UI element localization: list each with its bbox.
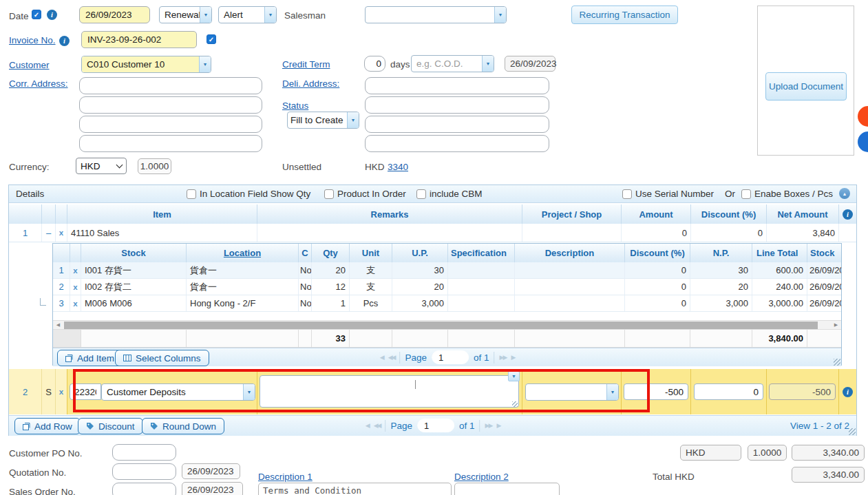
renewal-dropdown[interactable]: Renewal ▼ (159, 6, 212, 23)
date-checkbox[interactable]: ✓ (32, 10, 41, 19)
np-cell[interactable]: 20 (690, 279, 752, 295)
unit-cell[interactable]: 支 (349, 262, 392, 278)
description-1-textarea[interactable]: Terms and Condition (258, 483, 452, 495)
delete-row-icon[interactable]: x (55, 369, 67, 414)
customer-dropdown[interactable]: C010 Customer 10 ▼ (81, 56, 211, 73)
product-in-order-checkbox[interactable] (324, 189, 334, 199)
spec-cell[interactable] (447, 295, 514, 311)
stock-date-cell[interactable]: 26/09/2023 (807, 279, 841, 295)
qty-cell[interactable]: 1 (311, 295, 349, 311)
deli-address-label[interactable]: Deli. Address: (282, 78, 339, 89)
chevron-down-icon[interactable]: ▼ (494, 7, 506, 23)
col-header-sub-discount[interactable]: Discount (%) (624, 244, 690, 262)
pager-first-icon[interactable]: ◀ (380, 354, 383, 361)
desc-cell[interactable] (514, 295, 624, 311)
stock-row-3[interactable]: 3 x M006 M006 Hong Kong - 2/F No 1 Pcs 3… (53, 295, 841, 312)
corr-address-input-4[interactable] (79, 135, 262, 152)
discount-cell[interactable]: 0 (624, 295, 690, 311)
stock-cell[interactable]: M006 M006 (81, 295, 186, 311)
col-header-amount[interactable]: Amount (621, 204, 690, 224)
col-header-location[interactable]: Location (186, 244, 298, 262)
pager-prev-icon[interactable]: ◀◀ (388, 354, 395, 361)
pager-next-icon[interactable]: ▶▶ (500, 354, 507, 361)
add-row-button[interactable]: Add Row (14, 418, 81, 434)
quotation-no-input[interactable] (112, 463, 176, 480)
col-header-net[interactable]: Net Amount (766, 204, 838, 224)
up-cell[interactable]: 20 (392, 279, 447, 295)
pager-last-icon[interactable]: ▶ (511, 354, 514, 361)
collapse-row-icon[interactable]: – (41, 224, 55, 242)
col-header-remarks[interactable]: Remarks (257, 204, 522, 224)
exchange-rate-field[interactable]: 1.0000 (138, 158, 171, 174)
description-1-label[interactable]: Description 1 (258, 472, 313, 482)
select-columns-button[interactable]: Select Columns (115, 350, 209, 366)
unit-cell[interactable]: 支 (349, 279, 392, 295)
col-header-unit[interactable]: Unit (349, 244, 392, 262)
col-header-discount[interactable]: Discount (%) (690, 204, 766, 224)
account-dropdown[interactable]: Customer Deposits ▼ (101, 383, 255, 401)
currency-select[interactable]: HKD (76, 158, 127, 174)
line-total-cell[interactable]: 240.00 (752, 279, 807, 295)
spec-cell[interactable] (447, 279, 514, 295)
unit-cell[interactable]: Pcs (349, 295, 392, 311)
col-header-spec[interactable]: Specification (447, 244, 514, 262)
scroll-right-icon[interactable]: ▶ (831, 321, 841, 329)
chevron-down-icon[interactable]: ▼ (243, 384, 255, 400)
unsettled-amount-link[interactable]: 3340 (388, 162, 408, 172)
pager-prev-icon[interactable]: ◀◀ (374, 422, 381, 429)
round-down-button[interactable]: Round Down (142, 418, 224, 434)
horizontal-scrollbar[interactable]: ◀ ▶ (53, 320, 841, 330)
row1-project[interactable] (522, 224, 621, 242)
qty-cell[interactable]: 20 (311, 262, 349, 278)
resize-handle[interactable] (849, 428, 856, 435)
row2-info-icon[interactable]: i (843, 387, 853, 397)
status-label[interactable]: Status (282, 101, 308, 111)
floating-action-red-icon[interactable] (858, 106, 868, 127)
col-header-qty[interactable]: Qty (311, 244, 349, 262)
invoice-line-row-1[interactable]: 1 – x 41110 Sales 0 0 3,840 (9, 224, 856, 242)
grid-info-icon[interactable]: i (843, 209, 853, 220)
resize-handle[interactable] (834, 359, 840, 366)
col-header-up[interactable]: U.P. (392, 244, 447, 262)
pager-last-icon[interactable]: ▶ (496, 422, 500, 429)
stock-row-2[interactable]: 2 x I002 存貨二 貨倉一 No 12 支 20 0 20 240.00 … (53, 279, 841, 295)
credit-term-days-input[interactable] (364, 56, 385, 72)
page-input[interactable] (417, 419, 454, 432)
alert-dropdown[interactable]: Alert ▼ (218, 6, 277, 23)
delete-stock-row-icon[interactable]: x (70, 262, 81, 278)
scrollbar-thumb[interactable] (64, 322, 818, 329)
recurring-transaction-button[interactable]: Recurring Transaction (571, 6, 678, 24)
qty-cell[interactable]: 12 (311, 279, 349, 295)
col-header-c[interactable]: C (298, 244, 311, 262)
corr-address-input-2[interactable] (79, 96, 262, 114)
col-header-project[interactable]: Project / Shop (522, 204, 621, 224)
chevron-down-icon[interactable]: ▼ (264, 7, 276, 23)
collapse-panel-icon[interactable]: ▲ (839, 188, 850, 199)
row1-net[interactable]: 3,840 (766, 224, 838, 242)
c-cell[interactable]: No (298, 295, 311, 311)
credit-term-type-dropdown[interactable]: e.g. C.O.D. ▼ (411, 55, 494, 72)
delete-row-icon[interactable]: x (55, 224, 67, 242)
corr-address-label[interactable]: Corr. Address: (9, 78, 68, 89)
location-qty-checkbox[interactable] (187, 189, 196, 199)
date-info-icon[interactable]: i (47, 10, 57, 20)
line-total-cell[interactable]: 3,000.00 (752, 295, 807, 311)
use-serial-checkbox[interactable] (622, 189, 632, 199)
row1-remarks[interactable] (257, 224, 522, 242)
location-cell[interactable]: 貨倉一 (186, 279, 298, 295)
invoice-no-label[interactable]: Invoice No. (9, 35, 56, 45)
chevron-down-icon[interactable]: ▼ (199, 56, 211, 72)
delete-stock-row-icon[interactable]: x (70, 295, 81, 311)
row1-discount[interactable]: 0 (690, 224, 766, 242)
stock-cell[interactable]: I002 存貨二 (81, 279, 186, 295)
col-header-np[interactable]: N.P. (690, 244, 752, 262)
up-cell[interactable]: 30 (392, 262, 447, 278)
add-item-button[interactable]: Add Item (57, 350, 123, 366)
credit-term-label[interactable]: Credit Term (282, 59, 330, 70)
sales-order-input[interactable] (112, 483, 176, 495)
salesman-dropdown[interactable]: ▼ (365, 6, 507, 23)
up-cell[interactable]: 3,000 (392, 295, 447, 311)
delete-stock-row-icon[interactable]: x (70, 279, 81, 295)
remarks-expand-icon[interactable]: ▼ (508, 371, 520, 381)
invoice-info-icon[interactable]: i (59, 36, 70, 46)
